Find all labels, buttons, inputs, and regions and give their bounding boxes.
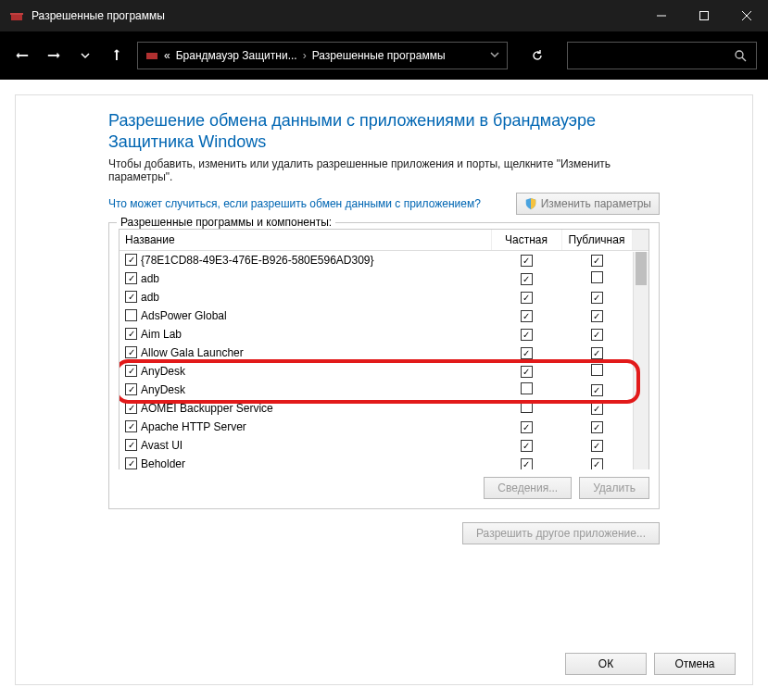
row-public-checkbox[interactable] [591,458,603,469]
firewall-icon [145,48,158,64]
row-name: {78E1CD88-49E3-476E-B926-580E596AD309} [141,254,374,267]
address-bar[interactable]: « Брандмауэр Защитни... › Разрешенные пр… [137,42,508,69]
forward-button[interactable]: 🠖 [43,44,65,67]
titlebar: Разрешенные программы [0,0,768,31]
row-enabled-checkbox[interactable] [125,346,137,358]
risk-link[interactable]: Что может случиться, если разрешить обме… [108,197,516,210]
ok-button[interactable]: ОК [565,653,647,675]
svg-rect-3 [700,12,709,20]
row-name: Allow Gala Launcher [141,346,244,359]
row-public-checkbox[interactable] [591,310,603,322]
scrollbar-thumb[interactable] [636,252,647,285]
window-title: Разрешенные программы [31,9,165,22]
table-row[interactable]: adb [120,288,648,306]
column-private[interactable]: Частная [491,230,561,251]
table-row[interactable]: Apache HTTP Server [120,418,648,436]
breadcrumb-2[interactable]: Разрешенные программы [312,49,446,62]
row-public-checkbox[interactable] [591,329,603,341]
table-row[interactable]: Aim Lab [120,325,648,344]
row-name: AdsPower Global [141,309,227,322]
chevron-down-icon[interactable] [490,49,499,62]
row-name: adb [141,272,159,285]
row-public-checkbox[interactable] [591,255,603,267]
row-private-checkbox[interactable] [521,292,533,304]
row-public-checkbox[interactable] [591,364,603,376]
row-public-checkbox[interactable] [591,440,603,452]
svg-rect-0 [11,14,22,20]
change-parameters-label: Изменить параметры [541,197,651,210]
row-enabled-checkbox[interactable] [125,272,137,284]
row-enabled-checkbox[interactable] [125,420,137,432]
row-enabled-checkbox[interactable] [125,402,137,414]
search-icon [734,49,747,62]
row-enabled-checkbox[interactable] [125,254,137,266]
table-row[interactable]: {78E1CD88-49E3-476E-B926-580E596AD309} [120,250,648,269]
row-name: Beholder [141,457,185,469]
row-name: AOMEI Backupper Service [141,402,273,415]
close-button[interactable] [725,0,768,31]
history-dropdown[interactable] [74,44,96,67]
scrollbar[interactable] [633,252,648,469]
svg-rect-6 [146,53,157,59]
row-private-checkbox[interactable] [521,255,533,267]
row-private-checkbox[interactable] [521,347,533,359]
table-row[interactable]: adb [120,269,648,288]
row-public-checkbox[interactable] [591,292,603,304]
row-private-checkbox[interactable] [521,401,533,413]
shield-icon [524,197,537,210]
content-panel: Разрешение обмена данными с приложениями… [15,94,753,685]
row-private-checkbox[interactable] [521,366,533,378]
change-parameters-button[interactable]: Изменить параметры [516,193,660,215]
up-button[interactable]: 🠕 [106,44,128,67]
group-label: Разрешенные программы и компоненты: [117,216,335,229]
row-enabled-checkbox[interactable] [125,365,137,377]
svg-line-8 [742,57,746,61]
table-row[interactable]: Avast UI [120,436,648,455]
back-button[interactable]: 🠔 [11,44,33,67]
maximize-button[interactable] [683,0,725,31]
table-row[interactable]: AdsPower Global [120,306,648,325]
content-area: Разрешение обмена данными с приложениями… [0,80,768,700]
cancel-button[interactable]: Отмена [654,653,736,675]
row-public-checkbox[interactable] [591,271,603,283]
allow-another-app-button[interactable]: Разрешить другое приложение... [462,522,660,544]
table-row[interactable]: AnyDesk [120,381,648,399]
minimize-button[interactable] [640,0,683,31]
row-name: Apache HTTP Server [141,420,246,433]
row-public-checkbox[interactable] [591,384,603,396]
navbar: 🠔 🠖 🠕 « Брандмауэр Защитни... › Разрешен… [0,31,768,80]
row-private-checkbox[interactable] [521,440,533,452]
row-name: AnyDesk [141,365,185,378]
row-private-checkbox[interactable] [521,421,533,433]
search-input[interactable] [567,42,757,69]
refresh-button[interactable] [526,44,548,67]
row-enabled-checkbox[interactable] [125,439,137,451]
row-public-checkbox[interactable] [591,347,603,359]
row-enabled-checkbox[interactable] [125,309,137,321]
row-public-checkbox[interactable] [591,403,603,415]
row-private-checkbox[interactable] [521,382,533,394]
row-enabled-checkbox[interactable] [125,457,137,469]
table-row[interactable]: Allow Gala Launcher [120,344,648,362]
app-icon [9,8,24,23]
row-enabled-checkbox[interactable] [125,291,137,303]
table-row[interactable]: AnyDesk [120,362,648,381]
row-private-checkbox[interactable] [521,310,533,322]
row-private-checkbox[interactable] [521,329,533,341]
table-row[interactable]: AOMEI Backupper Service [120,399,648,418]
breadcrumb-1[interactable]: Брандмауэр Защитни... [176,49,297,62]
scrollbar-header [632,230,648,251]
row-name: adb [141,291,159,304]
column-public[interactable]: Публичная [561,230,632,251]
row-enabled-checkbox[interactable] [125,328,137,340]
row-public-checkbox[interactable] [591,421,603,433]
row-private-checkbox[interactable] [521,273,533,285]
delete-button[interactable]: Удалить [579,477,649,499]
row-private-checkbox[interactable] [521,458,533,469]
allowed-apps-group: Разрешенные программы и компоненты: Назв… [108,222,660,509]
table-row[interactable]: Beholder [120,455,648,469]
allowed-apps-table: Название Частная Публичная {78E1CD88-49E… [119,229,649,469]
row-enabled-checkbox[interactable] [125,383,137,395]
column-name[interactable]: Название [120,230,491,251]
details-button[interactable]: Сведения... [484,477,572,499]
